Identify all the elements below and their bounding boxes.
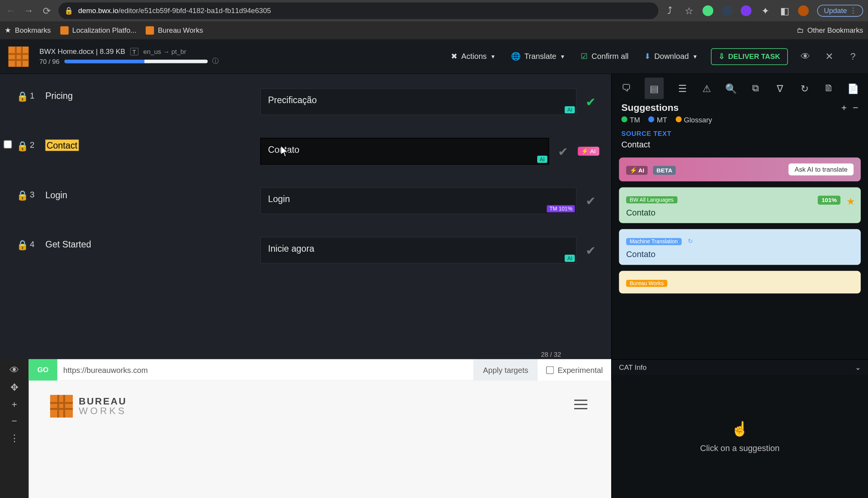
- confirm-check-icon[interactable]: ✔: [583, 95, 599, 109]
- extension-icon-2[interactable]: [722, 5, 732, 16]
- lock-icon[interactable]: 🔒: [15, 190, 30, 201]
- hamburger-menu-icon[interactable]: [574, 400, 587, 409]
- favicon-icon: [146, 26, 154, 35]
- more-icon[interactable]: ⋮: [10, 433, 19, 444]
- confirm-check-icon[interactable]: ✔: [555, 144, 571, 158]
- target-text: Login: [268, 194, 290, 204]
- pointer-icon: ☝: [731, 421, 749, 437]
- preview-url-input[interactable]: https://bureauworks.com: [57, 365, 474, 374]
- segment-target-input[interactable]: ContatoAI: [260, 138, 549, 165]
- preview-area: 👁 ✥ + − ⋮ GO https://bureauworks.com App…: [0, 359, 868, 498]
- brand-logo[interactable]: [8, 46, 29, 67]
- update-button[interactable]: Update ⋮: [817, 5, 863, 17]
- mt-suggestion-text: Contato: [626, 249, 854, 259]
- add-suggestion-icon[interactable]: +: [841, 103, 846, 114]
- document-icon[interactable]: 🗎: [823, 78, 835, 99]
- target-text: Precificação: [268, 95, 317, 105]
- experimental-checkbox[interactable]: [546, 366, 554, 374]
- experimental-toggle[interactable]: Experimental: [538, 359, 611, 381]
- zoom-out-icon[interactable]: −: [12, 416, 17, 426]
- forward-button[interactable]: →: [23, 5, 35, 17]
- address-bar[interactable]: 🔒 demo.bwx.io/editor/e51cb59f-9bfd-4182-…: [59, 2, 659, 19]
- extension-icon-1[interactable]: [703, 5, 714, 16]
- actions-menu[interactable]: ✖Actions▼: [449, 50, 498, 64]
- actions-label: Actions: [461, 52, 487, 61]
- other-bookmarks[interactable]: 🗀Other Bookmarks: [797, 26, 863, 35]
- comments-icon[interactable]: 🗨: [620, 78, 632, 99]
- legend-tm: TM: [630, 116, 640, 124]
- bureau-works-logo[interactable]: BUREAU WORKS: [50, 395, 590, 418]
- bookmarks-bar: ★Bookmarks Localization Platfo... Bureau…: [0, 22, 868, 39]
- preview-toolbar: 👁 ✥ + − ⋮: [0, 359, 28, 498]
- bookmark-label: Bureau Works: [158, 26, 203, 35]
- info-icon[interactable]: ⓘ: [212, 57, 219, 65]
- download-icon: ⬇: [644, 52, 651, 61]
- go-button[interactable]: GO: [28, 359, 57, 381]
- cube-icon[interactable]: ⧉: [749, 78, 762, 99]
- bookmarks-menu[interactable]: ★Bookmarks: [5, 26, 50, 35]
- zoom-in-icon[interactable]: +: [12, 399, 17, 410]
- cat-info-header[interactable]: CAT Info ⌄: [612, 359, 868, 375]
- translate-menu[interactable]: 🌐Translate▼: [509, 50, 568, 64]
- bookmark-item-localization[interactable]: Localization Platfo...: [60, 26, 136, 35]
- warning-icon[interactable]: ⚠: [700, 78, 713, 99]
- list-icon[interactable]: ☰: [676, 78, 688, 99]
- beta-badge: BETA: [653, 166, 676, 175]
- highlighted-source: Contact: [45, 140, 79, 151]
- mt-suggestion-card[interactable]: Machine Translation ↻ Contato: [619, 229, 861, 265]
- help-icon[interactable]: ?: [846, 51, 860, 62]
- reload-button[interactable]: ⟳: [40, 5, 52, 17]
- remove-suggestion-icon[interactable]: −: [853, 103, 858, 114]
- deliver-task-button[interactable]: ⇩DELIVER TASK: [711, 48, 788, 65]
- target-text: Inicie agora: [268, 243, 314, 253]
- ai-suggestion-card[interactable]: ⚡ AI BETA Ask AI to translate: [619, 157, 861, 181]
- lock-icon[interactable]: 🔒: [15, 239, 30, 251]
- extensions-icon[interactable]: ✦: [760, 5, 771, 16]
- segment-row[interactable]: 🔒 1 Pricing 7 / 12 PrecificaçãoAI ✔: [0, 82, 611, 132]
- segment-row[interactable]: 🔒 4 Get Started 11 / 12 Inicie agoraAI ✔: [0, 231, 611, 281]
- history-icon[interactable]: ↻: [798, 78, 811, 99]
- move-icon[interactable]: ✥: [10, 382, 18, 393]
- chevron-down-icon: ▼: [490, 53, 496, 60]
- sidepanel-icon[interactable]: ◧: [779, 5, 790, 16]
- bookmark-item-bureau[interactable]: Bureau Works: [146, 26, 203, 35]
- search-icon[interactable]: 🔍: [725, 78, 737, 99]
- back-button[interactable]: ←: [5, 5, 17, 17]
- close-icon[interactable]: ✕: [823, 51, 836, 62]
- segment-checkbox[interactable]: [3, 140, 12, 149]
- ai-pill-label: AI: [590, 148, 596, 154]
- url-path: /editor/e51cb59f-9bfd-4182-ba1d-fb11d94e…: [118, 7, 271, 15]
- visibility-icon[interactable]: 👁: [799, 51, 812, 62]
- visibility-toggle-icon[interactable]: 👁: [10, 365, 19, 376]
- suggestions-tab-icon[interactable]: ▤: [645, 78, 664, 99]
- segment-target-input[interactable]: Inicie agoraAI: [260, 237, 576, 264]
- lock-icon[interactable]: 🔒: [15, 91, 30, 102]
- filter-icon[interactable]: ∇: [774, 78, 786, 99]
- segment-target-input[interactable]: PrecificaçãoAI: [260, 88, 576, 115]
- confirm-check-icon[interactable]: ✔: [583, 194, 599, 208]
- segment-target-input[interactable]: LoginTM 101%: [260, 187, 576, 214]
- segment-row[interactable]: 🔒 3 Login 5 / 5 LoginTM 101% ✔: [0, 181, 611, 231]
- download-menu[interactable]: ⬇Download▼: [642, 50, 700, 64]
- ai-badge: ⚡ AI: [626, 166, 648, 175]
- tm-suggestion-text: Contato: [626, 207, 854, 217]
- apply-targets-button[interactable]: Apply targets: [474, 359, 538, 381]
- lock-icon[interactable]: 🔒: [15, 140, 30, 151]
- profile-avatar[interactable]: [798, 5, 809, 16]
- refresh-icon[interactable]: ↻: [688, 238, 692, 244]
- logo-text-1: BUREAU: [79, 397, 127, 406]
- deliver-icon: ⇩: [719, 52, 725, 61]
- ask-ai-button[interactable]: Ask AI to translate: [789, 164, 853, 175]
- glossary-suggestion-card[interactable]: Bureau Works: [619, 271, 861, 294]
- other-bookmarks-label: Other Bookmarks: [808, 26, 863, 35]
- segment-row[interactable]: 🔒 2 Contact 7 / 7 ContatoAI ✔ ⚡AI: [0, 132, 611, 182]
- file-icon[interactable]: 📄: [847, 78, 859, 99]
- confirm-all-button[interactable]: ☑Confirm all: [578, 50, 631, 64]
- ai-pill[interactable]: ⚡AI: [578, 147, 600, 155]
- bookmark-star-icon[interactable]: ☆: [684, 5, 694, 16]
- share-icon[interactable]: ⤴: [665, 5, 675, 16]
- confirm-check-icon[interactable]: ✔: [583, 243, 599, 257]
- tm-suggestion-card[interactable]: BW All Languages 101% ★ Contato: [619, 187, 861, 223]
- extension-icon-3[interactable]: [741, 5, 752, 16]
- translate-label: Translate: [524, 52, 556, 61]
